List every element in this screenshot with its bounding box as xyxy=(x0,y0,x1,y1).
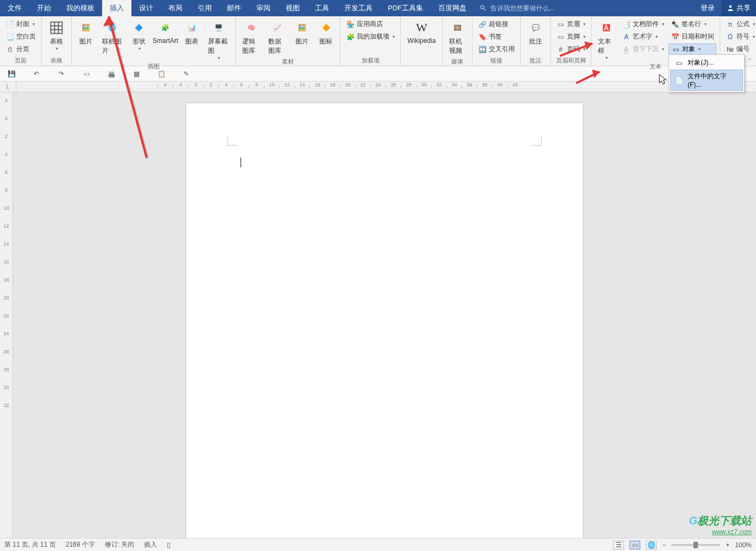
tab-references[interactable]: 引用 xyxy=(190,0,219,16)
store-button[interactable]: 🏪应用商店 xyxy=(344,18,397,30)
object-menu-item-text-from-file[interactable]: 📄文件中的文字(F)... xyxy=(670,70,743,91)
tab-layout[interactable]: 布局 xyxy=(161,0,190,16)
view-read-mode[interactable]: ☰ xyxy=(613,541,624,549)
tab-mytemplates[interactable]: 我的模板 xyxy=(59,0,102,16)
group-pages: 📄封面▾ 📃空白页 ⎙分页 页面 xyxy=(0,16,42,66)
status-page[interactable]: 第 11 页, 共 11 页 xyxy=(4,540,56,549)
symbol-button[interactable]: Ω符号▾ xyxy=(723,31,756,42)
online-pictures-button[interactable]: 🌐联机图片 xyxy=(99,18,126,61)
zoom-in-button[interactable]: + xyxy=(726,541,729,549)
tell-me-placeholder: 告诉我您想要做什么... xyxy=(490,4,555,13)
quick-parts-button[interactable]: 📑文档部件▾ xyxy=(620,18,666,30)
group-label-media: 媒体 xyxy=(446,57,469,66)
group-comments: 💬批注 批注 xyxy=(521,16,551,66)
svg-point-0 xyxy=(481,5,484,9)
comment-button[interactable]: 💬批注 xyxy=(524,18,547,55)
group-text: 🅰️文本框▾ 📑文档部件▾ A艺术字▾ A̲首字下沉▾ ✒️签名行▾ 📅日期和时… xyxy=(591,16,720,66)
signature-line-button[interactable]: ✒️签名行▾ xyxy=(669,18,716,30)
object-dropdown-menu: ▭对象(J)... 📄文件中的文字(F)... xyxy=(669,54,745,92)
tab-tools[interactable]: 工具 xyxy=(307,0,337,16)
share-button[interactable]: 共享 xyxy=(721,0,756,16)
status-macro-icon[interactable]: ▯ xyxy=(167,541,171,549)
ruler-vertical[interactable]: 422468101214161820222426283032 xyxy=(0,92,13,538)
login-button[interactable]: 登录 xyxy=(694,0,721,16)
text-cursor xyxy=(241,158,241,167)
ribbon: 📄封面▾ 📃空白页 ⎙分页 页面 表格▾ 表格 🖼️图片 🌐联机图片 🔷形状▾ … xyxy=(0,16,756,66)
logic-lib-button[interactable]: 🧠逻辑图库 xyxy=(239,18,263,57)
number-button[interactable]: №编号 xyxy=(723,43,756,55)
tab-developer[interactable]: 开发工具 xyxy=(337,0,380,16)
view-print-layout[interactable]: ▭ xyxy=(629,541,640,549)
smartart-button[interactable]: 🧩SmartArt xyxy=(152,18,179,61)
bookmark-button[interactable]: 🔖书签 xyxy=(476,31,517,42)
tab-review[interactable]: 审阅 xyxy=(249,0,278,16)
tab-pdftools[interactable]: PDF工具集 xyxy=(380,0,431,16)
save-icon[interactable]: 💾 xyxy=(7,69,16,79)
online-video-button[interactable]: 🎞️联机视频 xyxy=(446,18,469,57)
group-label-pages: 页面 xyxy=(3,55,38,65)
page-scroll-area[interactable] xyxy=(13,92,756,538)
blank-page-button[interactable]: 📃空白页 xyxy=(3,31,38,42)
group-label-wikipedia xyxy=(404,57,439,65)
wikipedia-button[interactable]: WWikipedia xyxy=(404,18,439,57)
document-area: 422468101214161820222426283032 xyxy=(0,92,756,538)
group-headerfooter: ▭页眉▾ ▭页脚▾ #页码▾ 页眉和页脚 xyxy=(551,16,591,66)
zoom-level[interactable]: 100% xyxy=(735,541,752,549)
tab-home[interactable]: 开始 xyxy=(29,0,59,16)
object-button[interactable]: ▭对象▾ xyxy=(669,43,716,55)
screenshot-button[interactable]: 🖥️屏幕截图▾ xyxy=(205,18,232,61)
group-label-links: 链接 xyxy=(476,55,517,65)
ruler-corner[interactable]: L xyxy=(0,82,16,92)
my-addins-button[interactable]: 🧩我的加载项▾ xyxy=(344,31,397,42)
status-insert-mode[interactable]: 插入 xyxy=(144,540,157,549)
zoom-slider[interactable] xyxy=(671,544,720,546)
footer-button[interactable]: ▭页脚▾ xyxy=(554,31,588,42)
document-page[interactable] xyxy=(186,103,583,538)
header-button[interactable]: ▭页眉▾ xyxy=(554,18,588,30)
group-tables: 表格▾ 表格 xyxy=(42,16,72,66)
redo-icon[interactable]: ↷ xyxy=(56,69,66,79)
tab-insert[interactable]: 插入 xyxy=(102,0,131,16)
dropcap-button[interactable]: A̲首字下沉▾ xyxy=(620,43,666,55)
asset-icon-button[interactable]: 🔶图标 xyxy=(315,18,337,57)
collapse-ribbon-button[interactable]: ⌃ xyxy=(747,58,752,64)
asset-picture-button[interactable]: 🖼️图片 xyxy=(291,18,313,57)
cover-page-button[interactable]: 📄封面▾ xyxy=(3,18,38,30)
tab-baidu[interactable]: 百度网盘 xyxy=(431,0,474,16)
hyperlink-button[interactable]: 🔗超链接 xyxy=(476,18,517,30)
undo-icon[interactable]: ↶ xyxy=(32,69,41,79)
tell-me-search[interactable]: 告诉我您想要做什么... xyxy=(480,0,555,16)
svg-point-1 xyxy=(729,5,732,8)
group-label-illustrations: 插图 xyxy=(75,61,232,71)
equation-button[interactable]: π公式▾ xyxy=(723,18,756,30)
ruler-horizontal[interactable]: L 64224681012141618202224262830323436384… xyxy=(0,82,756,92)
zoom-out-button[interactable]: − xyxy=(662,541,666,549)
status-bar: 第 11 页, 共 11 页 2169 个字 修订: 关闭 插入 ▯ ☰ ▭ 🌐… xyxy=(0,538,756,551)
watermark: G极光下载站 www.xz7.com xyxy=(689,514,752,536)
wordart-button[interactable]: A艺术字▾ xyxy=(620,31,666,42)
tab-view[interactable]: 视图 xyxy=(278,0,307,16)
group-label-headerfooter: 页眉和页脚 xyxy=(554,55,588,65)
svg-rect-2 xyxy=(51,22,62,34)
view-web-layout[interactable]: 🌐 xyxy=(646,541,657,549)
tab-file[interactable]: 文件 xyxy=(0,0,29,16)
table-button[interactable]: 表格▾ xyxy=(45,18,68,55)
textbox-button[interactable]: 🅰️文本框▾ xyxy=(595,18,618,61)
group-links: 🔗超链接 🔖书签 ↔️交叉引用 链接 xyxy=(472,16,521,66)
page-number-button[interactable]: #页码▾ xyxy=(554,43,588,55)
object-menu-item-object[interactable]: ▭对象(J)... xyxy=(670,56,743,70)
chart-button[interactable]: 📊图表 xyxy=(181,18,203,61)
menu-tabs-bar: 文件 开始 我的模板 插入 设计 布局 引用 邮件 审阅 视图 工具 开发工具 … xyxy=(0,0,756,16)
page-break-button[interactable]: ⎙分页 xyxy=(3,43,38,55)
date-time-button[interactable]: 📅日期和时间 xyxy=(669,31,716,42)
status-track-changes[interactable]: 修订: 关闭 xyxy=(105,540,135,549)
cross-ref-button[interactable]: ↔️交叉引用 xyxy=(476,43,517,55)
group-label-addins: 加载项 xyxy=(344,55,397,65)
margin-corner-tl xyxy=(228,136,237,146)
tab-design[interactable]: 设计 xyxy=(131,0,161,16)
shapes-button[interactable]: 🔷形状▾ xyxy=(128,18,150,61)
status-word-count[interactable]: 2169 个字 xyxy=(66,540,95,549)
data-lib-button[interactable]: 📈数据图库 xyxy=(265,18,289,57)
tab-mailings[interactable]: 邮件 xyxy=(219,0,249,16)
pictures-button[interactable]: 🖼️图片 xyxy=(75,18,97,61)
